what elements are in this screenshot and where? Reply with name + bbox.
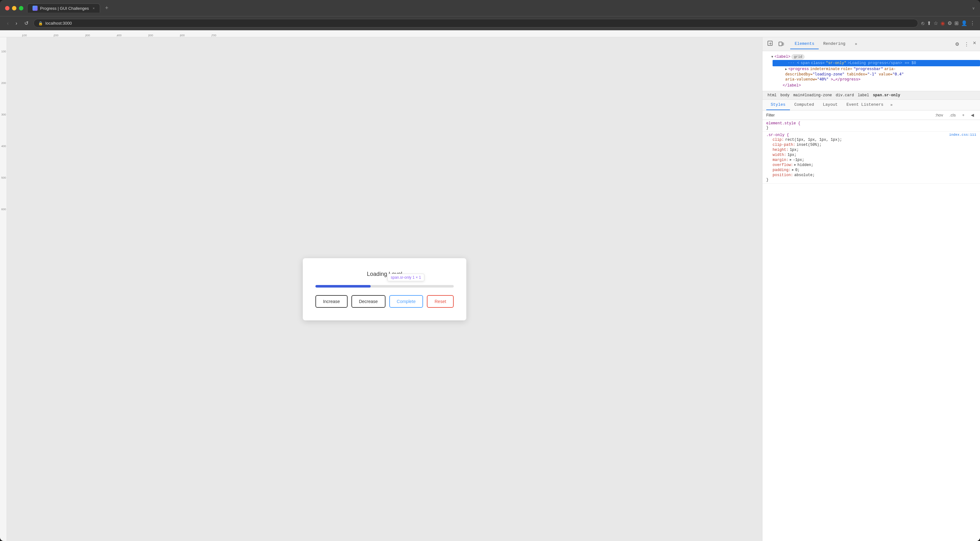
tab-event-listeners[interactable]: Event Listeners: [842, 100, 888, 110]
css-clip: clip: rect(1px, 1px, 1px, 1px);: [766, 137, 976, 142]
tab-rendering[interactable]: Rendering: [819, 39, 850, 49]
tab-label: Progress | GUI Challenges: [40, 6, 89, 11]
element-style-rule: element.style { }: [762, 120, 980, 132]
tab-bar: Progress | GUI Challenges × +: [27, 3, 968, 13]
overflow-triangle-icon: ▶: [794, 163, 796, 167]
bookmark-icon[interactable]: ☆: [934, 20, 938, 26]
menu-icon[interactable]: ⋮: [970, 20, 975, 26]
decrease-button[interactable]: Decrease: [352, 295, 385, 308]
tab-favicon-icon: [32, 6, 38, 11]
padding-triangle-icon: ▶: [792, 168, 794, 172]
breadcrumb-body[interactable]: body: [779, 92, 791, 98]
tab-elements[interactable]: Elements: [790, 39, 819, 49]
active-tab[interactable]: Progress | GUI Challenges ×: [27, 3, 100, 13]
controls-row: Increase Decrease Complete Reset: [315, 295, 454, 308]
hov-filter-button[interactable]: :hov: [933, 112, 945, 118]
breadcrumb-label[interactable]: label: [857, 92, 870, 98]
css-position: position: absolute;: [766, 173, 976, 178]
css-margin: margin: ▶ -1px;: [766, 158, 976, 162]
filter-input[interactable]: [766, 113, 931, 118]
demo-card: Loading Level span.sr-only 1 × 1 Increas…: [303, 258, 466, 320]
breadcrumb-div[interactable]: div.card: [834, 92, 855, 98]
tree-progress-attrs: describedby="loading-zone" tabindex="-1"…: [762, 72, 980, 77]
close-devtools-button[interactable]: ×: [973, 40, 976, 48]
progress-fill: [315, 285, 371, 288]
nav-bar: ‹ › ↺ 🔒 localhost:3000 ⎋ ⬆ ☆ ◉ ⚙ ⊞ 👤 ⋮: [0, 16, 980, 30]
breadcrumb-main[interactable]: main#loading-zone: [792, 92, 833, 98]
traffic-lights: [5, 6, 23, 10]
account-icon[interactable]: 👤: [961, 20, 967, 26]
page-content: Loading Level span.sr-only 1 × 1 Increas…: [7, 37, 762, 541]
cast-icon[interactable]: ⎋: [921, 21, 924, 26]
ruler-v-tick-300: 300: [1, 113, 6, 116]
styles-tab-bar: Styles Computed Layout Event Listeners »: [762, 100, 980, 110]
device-toolbar-button[interactable]: [777, 40, 785, 49]
devtools-more-tabs-icon[interactable]: »: [853, 41, 860, 48]
ruler-tick-100: 100: [22, 34, 27, 37]
reset-button[interactable]: Reset: [427, 295, 454, 308]
tab-close-icon[interactable]: ×: [92, 6, 94, 10]
cls-filter-button[interactable]: .cls: [947, 112, 958, 118]
new-tab-button[interactable]: +: [103, 3, 111, 13]
sr-only-rule: .sr-only { index.css:111 clip: rect(1px,…: [762, 132, 980, 184]
styles-more-icon[interactable]: »: [888, 103, 895, 107]
extension-icon[interactable]: ⚙: [948, 20, 952, 26]
maximize-button[interactable]: [19, 6, 23, 10]
tree-span-selected[interactable]: ··· <span class="sr-only" >Loading progr…: [773, 60, 980, 66]
filter-bar: :hov .cls + ◀: [762, 110, 980, 120]
back-button[interactable]: ‹: [5, 19, 10, 27]
increase-button[interactable]: Increase: [315, 295, 348, 308]
complete-button[interactable]: Complete: [389, 295, 423, 308]
tree-label-node[interactable]: ▼ <label> grid: [767, 54, 980, 60]
svg-rect-2: [782, 43, 784, 45]
tree-label-close[interactable]: </label>: [773, 83, 980, 88]
ruler-v-tick-600: 600: [1, 208, 6, 211]
close-button[interactable]: [5, 6, 10, 10]
tab-styles[interactable]: Styles: [766, 100, 790, 110]
tree-progress-attrs2: aria-valuenow="40%" >…</progress>: [762, 77, 980, 83]
share-icon[interactable]: ⬆: [927, 20, 931, 26]
progress-container: span.sr-only 1 × 1: [315, 285, 454, 288]
sr-only-selector: .sr-only {: [766, 133, 789, 137]
css-overflow: overflow: ▶ hidden;: [766, 162, 976, 168]
forward-button[interactable]: ›: [14, 19, 19, 27]
add-style-button[interactable]: +: [960, 112, 967, 118]
ruler-tick-200: 200: [54, 34, 59, 37]
profile-icon[interactable]: ◉: [940, 20, 945, 26]
breadcrumb-html[interactable]: html: [766, 92, 778, 98]
ruler-tick-600: 600: [180, 34, 185, 37]
ruler-v-tick-200: 200: [1, 81, 6, 84]
css-filename[interactable]: index.css:111: [949, 133, 976, 137]
reload-button[interactable]: ↺: [22, 19, 30, 27]
breadcrumb-bar: html body main#loading-zone div.card lab…: [762, 91, 980, 100]
horizontal-ruler: 100 200 300 400 500 600 700: [0, 30, 980, 37]
css-width: width: 1px;: [766, 153, 976, 158]
ruler-tick-300: 300: [85, 34, 90, 37]
devtools-panel: Elements Rendering » ⚙ ⋮ × ▼ <label> gri…: [762, 37, 980, 541]
breadcrumb-span[interactable]: span.sr-only: [872, 92, 901, 98]
element-style-selector: element.style {: [766, 121, 800, 126]
devtools-actions: ⚙ ⋮ ×: [954, 40, 976, 48]
content-area: 100 200 300 400 500 600 Loading Level sp…: [0, 37, 980, 541]
nav-icons: ⎋ ⬆ ☆ ◉ ⚙ ⊞ 👤 ⋮: [921, 20, 975, 26]
color-picker-button[interactable]: ◀: [969, 112, 976, 118]
tree-progress-node[interactable]: ▶ <progress indeterminate role="progress…: [773, 66, 980, 72]
ruler-v-tick-400: 400: [1, 145, 6, 148]
expand-icon: ∨: [972, 6, 975, 10]
progress-track: [315, 285, 454, 288]
inspect-element-button[interactable]: [766, 40, 775, 49]
extensions-icon[interactable]: ⊞: [955, 20, 959, 26]
address-text: localhost:3000: [46, 21, 72, 25]
settings-button[interactable]: ⚙: [954, 40, 961, 48]
address-bar[interactable]: 🔒 localhost:3000: [33, 19, 918, 27]
devtools-toolbar: Elements Rendering » ⚙ ⋮ ×: [762, 37, 980, 51]
vertical-ruler: 100 200 300 400 500 600: [0, 37, 7, 541]
tab-computed[interactable]: Computed: [790, 100, 818, 110]
tab-layout[interactable]: Layout: [818, 100, 842, 110]
tree-dots: ···: [788, 61, 795, 65]
minimize-button[interactable]: [12, 6, 16, 10]
devtools-tabs: Elements Rendering: [790, 39, 850, 49]
svg-rect-1: [779, 42, 782, 46]
more-options-button[interactable]: ⋮: [963, 40, 970, 48]
css-clip-path: clip-path: inset(50%);: [766, 142, 976, 147]
